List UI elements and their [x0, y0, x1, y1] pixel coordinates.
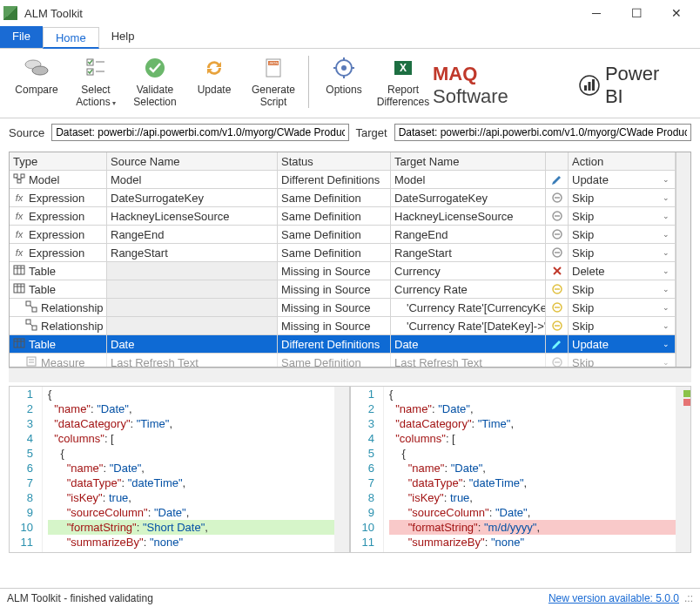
cell-status: Same Definition	[278, 207, 391, 225]
fx-icon: fx	[13, 247, 25, 258]
source-label: Source	[9, 126, 44, 139]
cell-action[interactable]: Update⌄	[569, 171, 676, 188]
col-status[interactable]: Status	[278, 152, 391, 170]
grid-row[interactable]: MeasureLast Refresh TextSame DefinitionL…	[10, 354, 676, 368]
cell-status: Different Definitions	[278, 171, 391, 188]
dropdown-caret-icon: ⌄	[663, 321, 670, 330]
status-text: ALM Toolkit - finished validating	[7, 592, 153, 604]
grid-row[interactable]: fxExpressionRangeStartSame DefinitionRan…	[10, 244, 676, 262]
cell-status: Missing in Source	[278, 280, 391, 298]
target-input[interactable]	[394, 124, 691, 141]
source-code-pane[interactable]: 1234567891011 { "name": "Date", "dataCat…	[9, 386, 350, 553]
cell-action[interactable]: Delete⌄	[569, 262, 676, 280]
cell-action[interactable]: Skip⌄	[569, 189, 676, 206]
grid-row[interactable]: TableMissing in SourceCurrencyDelete⌄	[10, 262, 676, 280]
code-line: {	[48, 446, 334, 461]
cell-target: Date	[391, 335, 546, 353]
menu-home[interactable]: Home	[43, 27, 99, 49]
skip-icon	[551, 192, 563, 204]
cell-target: Currency Rate	[391, 280, 546, 298]
minimize-button[interactable]: ─	[576, 0, 616, 26]
cell-status-icon	[546, 317, 569, 334]
cell-action[interactable]: Skip⌄	[569, 244, 676, 261]
grid-row[interactable]: fxExpressionRangeEndSame DefinitionRange…	[10, 226, 676, 244]
code-line: "summarizeBy": "none"	[48, 535, 334, 550]
menu-file[interactable]: File	[0, 26, 43, 48]
svg-rect-41	[14, 284, 24, 293]
col-type[interactable]: Type	[10, 152, 107, 170]
grid-row[interactable]: RelationshipMissing in Source'Currency R…	[10, 317, 676, 335]
compare-button[interactable]: Compare	[10, 52, 63, 110]
cell-target: Currency	[391, 262, 546, 280]
table-icon	[13, 337, 25, 351]
target-code-pane[interactable]: 1234567891011 { "name": "Date", "dataCat…	[350, 386, 691, 553]
line-number: 10	[10, 520, 33, 535]
generate-script-button[interactable]: JSON Generate Script	[247, 52, 300, 110]
warn-icon	[551, 301, 563, 314]
col-source[interactable]: Source Name	[107, 152, 278, 170]
line-number: 6	[10, 461, 33, 475]
grid-horizontal-scrollbar[interactable]	[9, 368, 691, 382]
dropdown-caret-icon: ⌄	[663, 248, 670, 257]
code-right-scrollbar[interactable]	[676, 387, 690, 552]
app-icon	[3, 6, 17, 20]
dropdown-caret-icon: ⌄	[663, 212, 670, 220]
cell-action[interactable]: Skip⌄	[569, 354, 676, 368]
check-circle-icon	[143, 54, 167, 82]
cell-status: Different Definitions	[278, 335, 391, 353]
comparison-grid: TypeSource NameStatusTarget NameActionMo…	[9, 152, 691, 368]
report-differences-button[interactable]: X Report Differences	[377, 52, 429, 108]
source-input[interactable]	[51, 124, 348, 141]
col-target[interactable]: Target Name	[391, 152, 546, 170]
line-number: 7	[351, 475, 374, 490]
code-line: "summarizeBy": "none"	[389, 535, 676, 550]
grid-vertical-scrollbar[interactable]	[676, 152, 690, 367]
line-number: 10	[351, 520, 374, 535]
cell-action[interactable]: Skip⌄	[569, 299, 676, 316]
close-button[interactable]: ✕	[656, 0, 697, 26]
code-line: "formatString": "Short Date",	[48, 520, 334, 535]
update-button[interactable]: Update	[188, 52, 240, 110]
options-button[interactable]: Options	[318, 52, 370, 108]
grid-row[interactable]: fxExpressionDateSurrogateKeySame Definit…	[10, 189, 676, 207]
cell-action[interactable]: Update⌄	[569, 335, 676, 353]
cell-type: Relationship	[10, 317, 107, 334]
svg-rect-23	[21, 174, 24, 178]
diff-overview-ruler	[683, 387, 690, 552]
cell-type: Table	[10, 262, 107, 280]
cell-type: Measure	[10, 354, 107, 368]
dropdown-caret-icon: ⌄	[663, 193, 670, 202]
measure-icon	[25, 355, 37, 368]
grid-row[interactable]: fxExpressionHackneyLicenseSourceSame Def…	[10, 207, 676, 226]
menu-help[interactable]: Help	[99, 26, 147, 48]
grid-row[interactable]: RelationshipMissing in Source'Currency R…	[10, 299, 676, 317]
cell-type: fxExpression	[10, 207, 107, 225]
cell-action[interactable]: Skip⌄	[569, 317, 676, 334]
cell-action[interactable]: Skip⌄	[569, 280, 676, 298]
validate-button[interactable]: Validate Selection	[129, 52, 181, 110]
target-label: Target	[356, 126, 387, 139]
fx-icon: fx	[13, 192, 25, 203]
skip-icon	[551, 356, 563, 368]
cell-action[interactable]: Skip⌄	[569, 226, 676, 243]
code-left-scrollbar[interactable]	[334, 387, 349, 552]
svg-rect-47	[26, 301, 30, 306]
code-line: "name": "Date",	[48, 461, 334, 475]
maximize-button[interactable]: ☐	[616, 0, 656, 26]
line-number: 3	[351, 416, 374, 431]
cell-type: Table	[10, 280, 107, 298]
cell-status-icon	[546, 244, 569, 261]
col-action[interactable]: Action	[569, 152, 676, 170]
line-number: 4	[351, 431, 374, 446]
select-actions-button[interactable]: Select Actions▾	[70, 52, 122, 110]
col-status-icon[interactable]	[546, 152, 569, 170]
svg-line-49	[30, 306, 32, 307]
cell-status-icon	[546, 354, 569, 368]
cell-status: Same Definition	[278, 354, 391, 368]
grid-row[interactable]: ModelModelDifferent DefinitionsModelUpda…	[10, 171, 676, 189]
grid-row[interactable]: TableDateDifferent DefinitionsDateUpdate…	[10, 335, 676, 354]
grid-row[interactable]: TableMissing in SourceCurrency RateSkip⌄	[10, 280, 676, 299]
version-link[interactable]: New version available: 5.0.0	[549, 592, 679, 604]
cell-action[interactable]: Skip⌄	[569, 207, 676, 225]
line-number: 4	[10, 431, 33, 446]
